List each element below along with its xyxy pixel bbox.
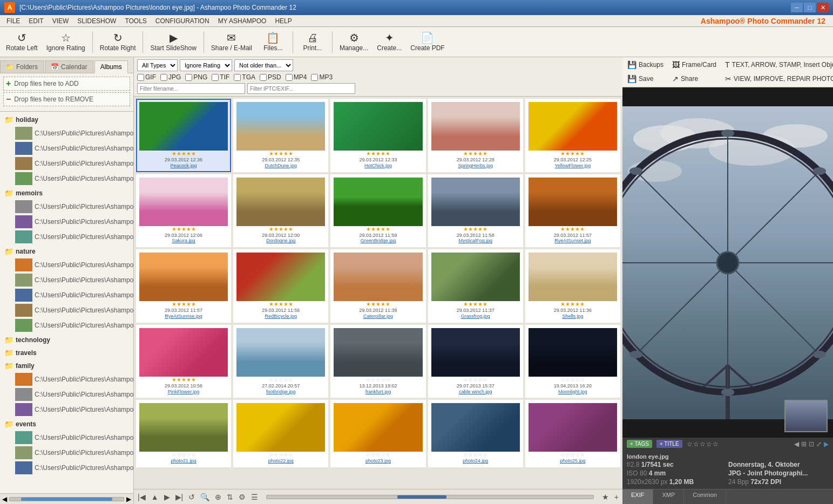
next-icon[interactable]: ▶ [824, 440, 829, 448]
photo-cell[interactable]: ☆☆☆☆☆13.12.2013 19:02frankfurt.jpg [330, 325, 425, 398]
photo-cell[interactable]: ☆☆☆☆☆photo25.jpg [525, 400, 620, 467]
create-pdf-button[interactable]: 📄 Create PDF [407, 29, 448, 55]
tree-item[interactable]: C:\Users\Public\Pictures\Ashampoo [0, 141, 133, 156]
photo-cell[interactable]: ★★★★★29.03.2012 10:56PinkFlower.jpg [136, 325, 231, 398]
photo-cell[interactable]: ★★★★★29.03.2012 12:36Peacock.jpg [136, 99, 231, 172]
tree-item[interactable]: C:\Users\Public\Pictures\Ashampoo [0, 156, 133, 171]
frame-card-button[interactable]: 🖼 Frame/Card [668, 58, 720, 71]
tree-folder-events[interactable]: 📁 events [0, 418, 133, 430]
photo-cell[interactable]: ★★★★★29.03.2012 12:25YellowFlower.jpg [525, 99, 620, 172]
tab-folders[interactable]: 📁 Folders [0, 60, 44, 73]
photo-cell[interactable]: ★★★★★29.03.2012 12:06Sakura.jpg [136, 174, 231, 248]
left-scrollbar-thumb[interactable] [21, 498, 112, 501]
tree-folder-travels[interactable]: 📁 travels [0, 347, 133, 359]
cb-psd[interactable]: PSD [260, 73, 281, 81]
cb-mp4[interactable]: MP4 [286, 73, 307, 81]
tree-item[interactable]: C:\Users\Public\Pictures\Ashampoo [0, 372, 133, 387]
tree-item[interactable]: C:\Users\Public\Pictures\Ashampoo [0, 387, 133, 402]
star-5[interactable]: ☆ [713, 440, 719, 448]
cb-jpg[interactable]: JPG [160, 73, 181, 81]
left-scroll-left[interactable]: ◀ [2, 495, 7, 503]
filename-filter-input[interactable] [137, 83, 245, 94]
rating-filter-select[interactable]: Ignore Rating [180, 59, 232, 71]
photo-cell[interactable]: ☆☆☆☆☆19.04.2013 16:20Moonlight.jpg [525, 325, 620, 398]
bottom-scrollbar-thumb[interactable] [397, 495, 446, 499]
tab-common[interactable]: Common [684, 489, 726, 504]
files-button[interactable]: 📋 Files... [257, 29, 289, 55]
photo-cell[interactable]: ☆☆☆☆☆photo22.jpg [233, 400, 328, 467]
tree-item[interactable]: C:\Users\Public\Pictures\Ashampoo [0, 430, 133, 445]
share-button[interactable]: ↗ Share [668, 72, 720, 85]
nav-first-button[interactable]: |◀ [136, 493, 147, 501]
photo-cell[interactable]: ★★★★★29.03.2012 12:33HotChick.jpg [330, 99, 425, 172]
save-button[interactable]: 💾 Save [624, 72, 667, 85]
share-email-button[interactable]: ✉ Share / E-Mail [207, 29, 256, 55]
photo-cell[interactable]: ★★★★★29.03.2012 11:57RyeAtSunset.jpg [525, 174, 620, 248]
add-button[interactable]: + [613, 493, 620, 501]
manage-button[interactable]: ⚙ Manage... [336, 29, 372, 55]
tab-xmp[interactable]: XMP [653, 489, 684, 504]
zoom-button[interactable]: 🔍 [199, 493, 211, 501]
tree-item[interactable]: C:\Users\Public\Pictures\Ashampoo [0, 288, 133, 303]
nav-next-button[interactable]: ▶ [162, 493, 172, 501]
text-arrow-button[interactable]: T TEXT, ARROW, STAMP, Insert Object [721, 58, 833, 71]
tree-item[interactable]: C:\Users\Public\Pictures\Ashampoo [0, 257, 133, 273]
close-button[interactable]: ✕ [817, 3, 829, 12]
bottom-scrollbar-track[interactable] [266, 495, 594, 499]
cb-gif[interactable]: GIF [137, 73, 156, 81]
tree-item[interactable]: C:\Users\Public\Pictures\Ashampoo [0, 199, 133, 214]
backups-button[interactable]: 💾 Backups [624, 58, 667, 71]
left-scroll-right[interactable]: ▶ [126, 495, 131, 503]
rating-stars[interactable]: ☆ ☆ ☆ ☆ ☆ [687, 440, 719, 448]
title-button[interactable]: + TITLE [656, 440, 682, 448]
zoom-in-button[interactable]: ⊕ [213, 493, 223, 501]
tree-item[interactable]: C:\Users\Public\Pictures\Ashampoo [0, 402, 133, 417]
tree-folder-technology[interactable]: 📁 technology [0, 334, 133, 346]
star-3[interactable]: ☆ [700, 440, 706, 448]
tree-item[interactable]: C:\Users\Public\Pictures\Ashampoo [0, 445, 133, 460]
photo-cell[interactable]: ★★★★★29.03.2012 11:59GreenBridge.jpg [330, 174, 425, 248]
menu-tools[interactable]: TOOLS [120, 16, 151, 26]
photo-cell[interactable]: ★★★★★29.03.2012 11:37Grassfrog.jpg [428, 249, 523, 323]
menu-configuration[interactable]: CONFIGURATION [151, 16, 214, 26]
photo-cell[interactable]: ★★★★★29.03.2012 12:00Dordogne.jpg [233, 174, 328, 248]
star-4[interactable]: ☆ [706, 440, 712, 448]
tree-folder-holiday[interactable]: 📁 holiday [0, 114, 133, 126]
nav-last-button[interactable]: ▶| [174, 493, 185, 501]
drop-remove-zone[interactable]: − Drop files here to REMOVE [3, 92, 130, 106]
photo-cell[interactable]: ★★★★★29.03.2012 11:39Caterpillar.jpg [330, 249, 425, 323]
tab-albums[interactable]: Albums [94, 60, 128, 73]
tab-calendar[interactable]: 📅 Calendar [45, 60, 93, 73]
nav-prev-button[interactable]: ▲ [150, 493, 160, 501]
photo-cell[interactable]: ☆☆☆☆☆photo23.jpg [330, 400, 425, 467]
rotate-left-button[interactable]: ↺ Rotate Left [2, 29, 42, 55]
star-2[interactable]: ☆ [693, 440, 699, 448]
menu-myashampoo[interactable]: MY ASHAMPOO [214, 16, 271, 26]
photo-cell[interactable]: ★★★★★29.03.2012 12:28SpringHerbs.jpg [428, 99, 523, 172]
iptc-filter-input[interactable] [247, 83, 355, 94]
ignore-rating-button[interactable]: ☆ Ignore Rating [43, 29, 89, 55]
type-filter-select[interactable]: All Types [137, 59, 178, 71]
menu-help[interactable]: HELP [270, 16, 296, 26]
tree-item[interactable]: C:\Users\Public\Pictures\Ashampoo [0, 303, 133, 318]
grid-icon[interactable]: ⊞ [801, 440, 807, 448]
photo-cell[interactable]: ★★★★★29.03.2012 11:56RedBicycle.jpg [233, 249, 328, 323]
tree-item[interactable]: C:\Users\Public\Pictures\Ashampoo [0, 214, 133, 229]
refresh-button[interactable]: ↺ [187, 493, 197, 501]
star-1[interactable]: ☆ [687, 440, 693, 448]
tree-item[interactable]: C:\Users\Public\Pictures\Ashampoo [0, 229, 133, 244]
tree-item[interactable]: C:\Users\Public\Pictures\Ashampoo [0, 126, 133, 141]
drop-add-zone[interactable]: + Drop files here to ADD [3, 77, 130, 91]
photo-cell[interactable]: ★★★★★29.03.2012 11:58MysticalFog.jpg [428, 174, 523, 248]
photo-cell[interactable]: ☆☆☆☆☆29.07.2013 15:37cable winch.jpg [428, 325, 523, 398]
date-filter-select[interactable]: Not older than... [234, 59, 293, 71]
view-improve-button[interactable]: ✂ VIEW, IMPROVE, REPAIR PHOTO [721, 72, 833, 85]
photo-cell[interactable]: ☆☆☆☆☆27.02.2014 20:57footbridge.jpg [233, 325, 328, 398]
photo-cell[interactable]: ★★★★★29.03.2012 11:36Shells.jpg [525, 249, 620, 323]
mini-thumbnail[interactable] [784, 400, 828, 432]
tree-folder-memoirs[interactable]: 📁 memoirs [0, 187, 133, 199]
menu-file[interactable]: FILE [2, 16, 24, 26]
menu-view[interactable]: VIEW [48, 16, 73, 26]
cb-mp3[interactable]: MP3 [311, 73, 333, 81]
cb-tif[interactable]: TIF [212, 73, 229, 81]
